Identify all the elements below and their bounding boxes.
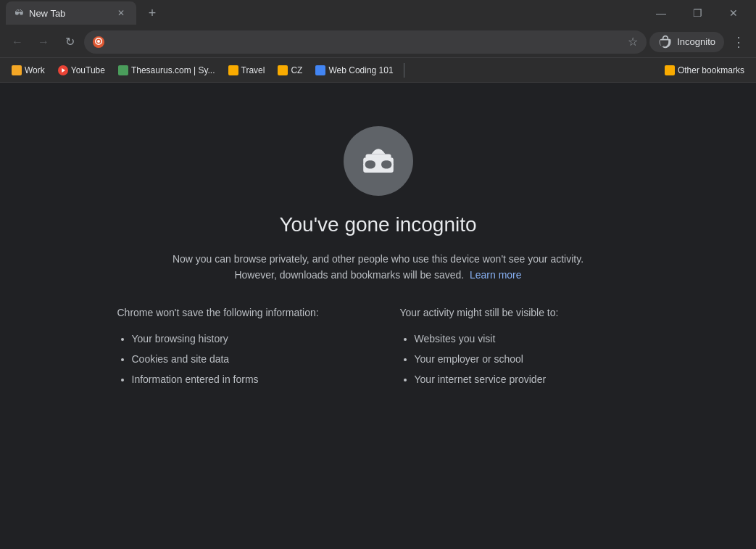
main-content: You've gone incognito Now you can browse… <box>0 83 756 549</box>
bookmark-webcoding-label: Web Coding 101 <box>328 65 393 75</box>
info-columns: Chrome won't save the following informat… <box>117 307 639 389</box>
minimize-button[interactable]: — <box>644 0 678 26</box>
incognito-desc-line1: Now you can browse privately, and other … <box>173 253 583 265</box>
learn-more-link[interactable]: Learn more <box>470 269 522 281</box>
bookmark-cz-favicon <box>278 65 288 75</box>
bookmarks-separator <box>404 63 404 78</box>
svg-point-3 <box>97 40 100 43</box>
window-controls: — ❐ ✕ <box>644 0 750 26</box>
incognito-avatar-icon <box>658 35 673 49</box>
bookmark-travel-label: Travel <box>241 65 265 75</box>
bookmark-thesaurus-favicon <box>118 65 128 75</box>
svg-rect-7 <box>381 160 392 169</box>
more-options-button[interactable]: ⋮ <box>727 30 750 54</box>
list-item: Your internet service provider <box>415 369 639 389</box>
bookmark-cz-label: CZ <box>291 65 302 75</box>
bookmark-cz[interactable]: CZ <box>272 62 308 78</box>
browser-tab[interactable]: 🕶 New Tab ✕ <box>6 1 136 25</box>
bookmark-travel[interactable]: Travel <box>223 62 271 78</box>
list-item: Cookies and site data <box>132 349 357 369</box>
info-col-wont-save: Chrome won't save the following informat… <box>117 307 357 389</box>
col1-list: Your browsing history Cookies and site d… <box>117 329 357 389</box>
bookmark-other-favicon <box>665 65 675 75</box>
list-item: Websites you visit <box>415 329 639 349</box>
close-button[interactable]: ✕ <box>717 0 750 26</box>
bookmark-work-label: Work <box>25 65 45 75</box>
tab-close-button[interactable]: ✕ <box>115 7 128 20</box>
bookmark-other[interactable]: Other bookmarks <box>659 62 750 78</box>
bookmark-thesaurus[interactable]: Thesaurus.com | Sy... <box>112 62 221 78</box>
svg-rect-6 <box>364 160 375 169</box>
list-item: Information entered in forms <box>132 369 357 389</box>
nav-bar: ← → ↻ ☆ Incognito ⋮ <box>0 26 756 58</box>
incognito-label: Incognito <box>677 36 715 47</box>
refresh-button[interactable]: ↻ <box>58 30 81 54</box>
info-col-still-visible: Your activity might still be visible to:… <box>400 307 639 389</box>
col2-title: Your activity might still be visible to: <box>400 307 639 318</box>
incognito-icon-wrapper <box>344 126 413 196</box>
bookmark-thesaurus-label: Thesaurus.com | Sy... <box>131 65 215 75</box>
maximize-button[interactable]: ❐ <box>681 0 714 26</box>
title-bar: 🕶 New Tab ✕ + — ❐ ✕ <box>0 0 756 26</box>
bookmark-other-label: Other bookmarks <box>678 65 744 75</box>
address-bar[interactable]: ☆ <box>84 30 647 54</box>
new-tab-button[interactable]: + <box>142 3 162 23</box>
star-icon[interactable]: ☆ <box>628 35 638 49</box>
forward-button[interactable]: → <box>32 30 55 54</box>
incognito-main-icon <box>355 138 402 184</box>
col2-list: Websites you visit Your employer or scho… <box>400 329 639 389</box>
back-button[interactable]: ← <box>6 30 29 54</box>
bookmark-youtube-favicon <box>58 65 68 75</box>
col1-title: Chrome won't save the following informat… <box>117 307 357 318</box>
list-item: Your browsing history <box>132 329 357 349</box>
bookmark-youtube-label: YouTube <box>71 65 105 75</box>
bookmark-work[interactable]: Work <box>6 62 51 78</box>
incognito-description: Now you can browse privately, and other … <box>173 251 583 284</box>
incognito-desc-line2: However, downloads and bookmarks will be… <box>234 269 464 281</box>
tab-title: New Tab <box>29 8 109 19</box>
bookmark-work-favicon <box>12 65 22 75</box>
incognito-title: You've gone incognito <box>279 213 476 236</box>
list-item: Your employer or school <box>415 349 639 369</box>
duckduckgo-icon <box>93 36 104 48</box>
bookmark-webcoding[interactable]: Web Coding 101 <box>310 62 399 78</box>
bookmark-webcoding-favicon <box>315 65 325 75</box>
bookmark-youtube[interactable]: YouTube <box>52 62 111 78</box>
bookmark-travel-favicon <box>228 65 238 75</box>
incognito-profile-button[interactable]: Incognito <box>649 32 724 52</box>
url-input[interactable] <box>110 36 622 48</box>
bookmarks-bar: Work YouTube Thesaurus.com | Sy... Trave… <box>0 58 756 83</box>
